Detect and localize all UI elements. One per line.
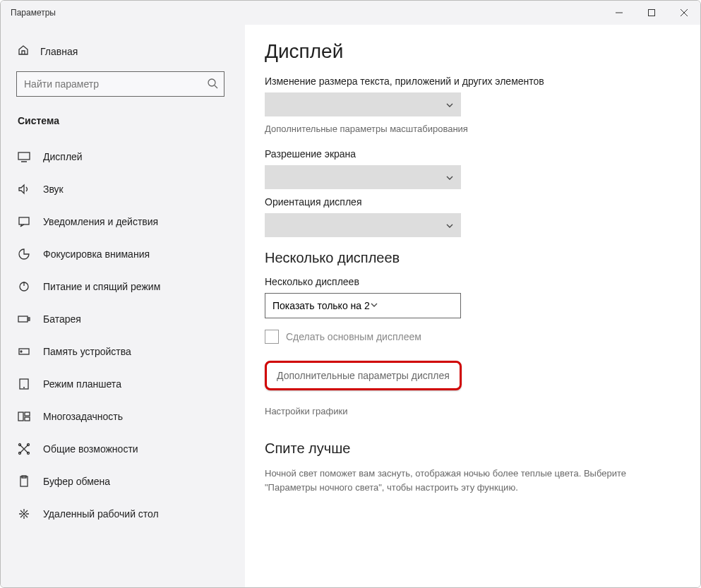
sidebar-item-label: Многозадачность bbox=[43, 411, 123, 422]
settings-window: Параметры Главная Система Дисплей bbox=[0, 0, 701, 588]
svg-rect-1 bbox=[649, 10, 655, 16]
sidebar-item-label: Питание и спящий режим bbox=[43, 281, 160, 292]
svg-rect-8 bbox=[19, 217, 29, 224]
home-label: Главная bbox=[40, 46, 78, 57]
remote-icon bbox=[18, 508, 30, 520]
sidebar-item-display[interactable]: Дисплей bbox=[16, 140, 229, 173]
sidebar-item-label: Дисплей bbox=[43, 151, 83, 162]
advanced-scale-link[interactable]: Дополнительные параметры масштабирования bbox=[265, 124, 681, 134]
checkbox-icon[interactable] bbox=[265, 330, 279, 344]
sleep-better-heading: Спите лучше bbox=[265, 440, 681, 457]
svg-rect-11 bbox=[18, 316, 28, 322]
title-bar: Параметры bbox=[1, 1, 700, 25]
sidebar-item-shared[interactable]: Общие возможности bbox=[16, 433, 229, 465]
resolution-label: Разрешение экрана bbox=[265, 148, 681, 160]
graphics-settings-link[interactable]: Настройки графики bbox=[265, 406, 681, 416]
search-box[interactable] bbox=[16, 71, 224, 97]
svg-rect-17 bbox=[18, 412, 23, 421]
multi-displays-label: Несколько дисплеев bbox=[265, 276, 681, 287]
scale-dropdown[interactable] bbox=[265, 92, 461, 116]
battery-icon bbox=[18, 313, 30, 325]
main-display-checkbox-label: Сделать основным дисплеем bbox=[286, 331, 421, 342]
svg-point-4 bbox=[208, 79, 215, 86]
svg-line-5 bbox=[215, 85, 217, 88]
window-title: Параметры bbox=[1, 8, 56, 18]
close-button[interactable] bbox=[668, 1, 700, 24]
advanced-display-link[interactable]: Дополнительные параметры дисплея bbox=[265, 361, 462, 390]
svg-rect-6 bbox=[18, 152, 30, 160]
storage-icon bbox=[18, 345, 30, 358]
multi-displays-value: Показать только на 2 bbox=[272, 300, 370, 311]
multi-displays-heading: Несколько дисплеев bbox=[265, 250, 681, 266]
orientation-dropdown[interactable] bbox=[265, 213, 461, 237]
resolution-dropdown[interactable] bbox=[265, 165, 461, 189]
minimize-button[interactable] bbox=[603, 1, 635, 24]
chevron-down-icon bbox=[445, 172, 454, 185]
sidebar-item-label: Память устройства bbox=[43, 346, 131, 357]
sidebar-item-remote[interactable]: Удаленный рабочий стол bbox=[16, 498, 229, 530]
sidebar-item-power[interactable]: Питание и спящий режим bbox=[16, 270, 229, 303]
page-title: Дисплей bbox=[265, 40, 681, 63]
chevron-down-icon bbox=[445, 220, 454, 233]
chevron-down-icon bbox=[445, 100, 454, 112]
scale-label: Изменение размера текста, приложений и д… bbox=[265, 76, 681, 87]
sidebar-item-storage[interactable]: Память устройства bbox=[16, 335, 229, 368]
focus-icon bbox=[18, 248, 30, 260]
display-icon bbox=[18, 150, 30, 163]
notifications-icon bbox=[18, 215, 30, 228]
sidebar-item-label: Фокусировка внимания bbox=[43, 248, 150, 260]
sidebar-item-clipboard[interactable]: Буфер обмена bbox=[16, 465, 229, 498]
sidebar-item-label: Режим планшета bbox=[43, 378, 121, 390]
sidebar-category: Система bbox=[18, 115, 229, 126]
shared-icon bbox=[18, 443, 30, 455]
clipboard-icon bbox=[18, 475, 30, 488]
maximize-button[interactable] bbox=[635, 1, 668, 24]
window-controls bbox=[603, 1, 700, 24]
orientation-label: Ориентация дисплея bbox=[265, 196, 681, 208]
sidebar-nav: Дисплей Звук Уведомления и действия Фоку… bbox=[16, 140, 229, 530]
svg-rect-12 bbox=[28, 318, 30, 320]
svg-rect-19 bbox=[25, 417, 30, 421]
search-icon bbox=[207, 78, 218, 92]
home-icon bbox=[18, 44, 29, 59]
main-display-checkbox-row[interactable]: Сделать основным дисплеем bbox=[265, 330, 681, 344]
sidebar-item-sound[interactable]: Звук bbox=[16, 173, 229, 205]
sound-icon bbox=[18, 183, 30, 196]
sleep-better-text: Ночной свет поможет вам заснуть, отображ… bbox=[265, 467, 660, 494]
sidebar-item-tablet[interactable]: Режим планшета bbox=[16, 368, 229, 400]
multitask-icon bbox=[18, 410, 30, 423]
chevron-down-icon bbox=[370, 300, 378, 311]
sidebar-item-label: Общие возможности bbox=[43, 443, 138, 455]
svg-rect-18 bbox=[25, 412, 30, 416]
window-body: Главная Система Дисплей Звук Уведомления bbox=[1, 25, 700, 587]
power-icon bbox=[18, 280, 30, 293]
sidebar-item-label: Удаленный рабочий стол bbox=[43, 508, 159, 520]
sidebar-item-focus[interactable]: Фокусировка внимания bbox=[16, 238, 229, 270]
sidebar-item-notifications[interactable]: Уведомления и действия bbox=[16, 205, 229, 238]
sidebar-item-label: Буфер обмена bbox=[43, 476, 110, 487]
sidebar-item-battery[interactable]: Батарея bbox=[16, 303, 229, 335]
multi-displays-dropdown[interactable]: Показать только на 2 bbox=[265, 293, 461, 318]
main-content: Дисплей Изменение размера текста, прилож… bbox=[245, 25, 700, 587]
sidebar-item-label: Батарея bbox=[43, 313, 81, 325]
home-link[interactable]: Главная bbox=[16, 37, 229, 71]
tablet-icon bbox=[18, 378, 30, 390]
svg-point-14 bbox=[20, 351, 22, 352]
sidebar-item-label: Уведомления и действия bbox=[43, 216, 158, 227]
sidebar: Главная Система Дисплей Звук Уведомления bbox=[1, 25, 245, 587]
search-input[interactable] bbox=[17, 78, 224, 90]
sidebar-item-label: Звук bbox=[43, 184, 64, 195]
sidebar-item-multitask[interactable]: Многозадачность bbox=[16, 400, 229, 433]
